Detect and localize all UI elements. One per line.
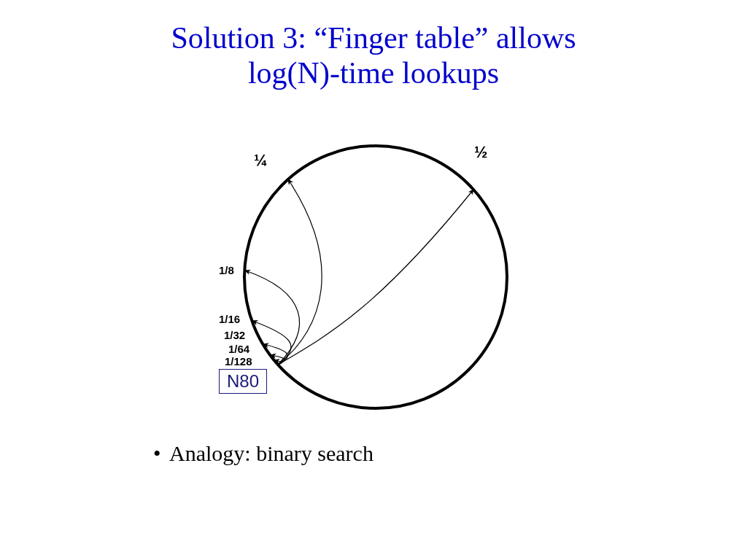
slide-title: Solution 3: “Finger table” allows log(N)…	[0, 0, 747, 98]
finger-arc-half	[278, 190, 473, 365]
label-onetwentyeighth: 1/128	[225, 355, 252, 368]
label-quarter: ¼	[254, 152, 267, 171]
label-sixteenth: 1/16	[219, 313, 240, 325]
finger-table-diagram: ½ ¼ 1/8 1/16 1/32 1/64 1/128 N80	[0, 124, 747, 430]
label-sixtyfourth: 1/64	[228, 343, 249, 355]
title-line-2: log(N)-time lookups	[248, 56, 499, 90]
label-half: ½	[474, 143, 487, 162]
label-thirtysecond: 1/32	[224, 329, 245, 341]
bullet-text: Analogy: binary search	[169, 441, 374, 465]
title-line-1: Solution 3: “Finger table” allows	[171, 21, 576, 55]
diagram-svg	[0, 124, 747, 430]
node-n80: N80	[219, 369, 267, 394]
bullet-dot-icon: •	[153, 441, 169, 466]
chord-ring	[244, 146, 507, 408]
label-eighth: 1/8	[219, 264, 234, 276]
finger-arc-eighth	[245, 271, 300, 365]
bullet-analogy: •Analogy: binary search	[153, 441, 374, 466]
